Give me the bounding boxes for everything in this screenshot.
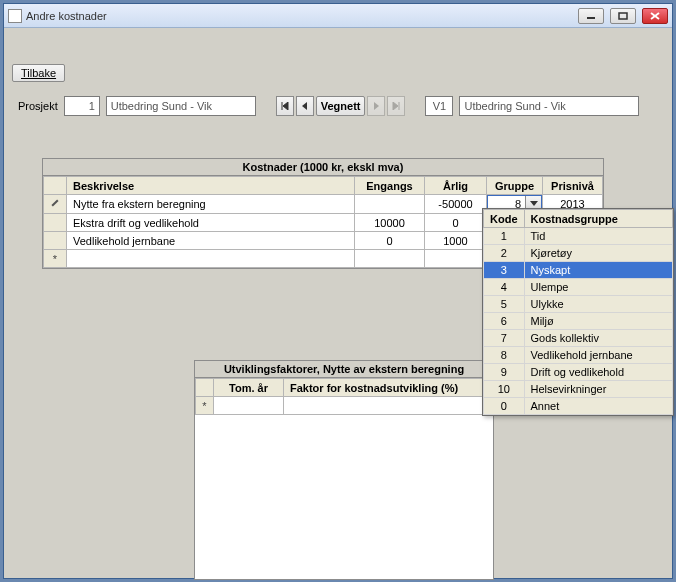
cell-engangs[interactable]: 0 (355, 232, 425, 250)
project-row: Prosjekt Vegnett (18, 96, 658, 116)
dropdown-item[interactable]: 6Miljø (484, 313, 673, 330)
client-area: Tilbake Prosjekt Vegnett Kostnader (1000… (4, 28, 672, 578)
dropdown-item-kode: 2 (484, 245, 525, 262)
dropdown-item[interactable]: 8Vedlikehold jernbane (484, 347, 673, 364)
project-id-field[interactable] (64, 96, 100, 116)
new-row-icon (53, 253, 57, 265)
dropdown-item-kode: 8 (484, 347, 525, 364)
nav-next-button[interactable] (367, 96, 385, 116)
variant-code-field[interactable] (425, 96, 453, 116)
dropdown-item-kode: 7 (484, 330, 525, 347)
kostnader-header-row: Beskrivelse Engangs Årlig Gruppe Prisniv… (44, 177, 603, 195)
cell-arlig[interactable]: 0 (425, 214, 487, 232)
utvikling-panel: Utviklingsfaktorer, Nytte av ekstern ber… (194, 360, 494, 580)
dropdown-item-label: Kjøretøy (524, 245, 673, 262)
gruppe-dropdown[interactable]: Kode Kostnadsgruppe 1Tid2Kjøretøy3Nyskap… (482, 208, 674, 416)
dropdown-item-label: Drift og vedlikehold (524, 364, 673, 381)
dropdown-item-kode: 0 (484, 398, 525, 415)
cell-beskrivelse[interactable]: Vedlikehold jernbane (67, 232, 355, 250)
dropdown-item-label: Tid (524, 228, 673, 245)
utvikling-table[interactable]: Tom. år Faktor for kostnadsutvikling (%) (195, 378, 493, 415)
minimize-button[interactable] (578, 8, 604, 24)
cell-beskrivelse[interactable]: Ekstra drift og vedlikehold (67, 214, 355, 232)
cell-beskrivelse[interactable]: Nytte fra ekstern beregning (67, 195, 355, 214)
dropdown-item-kode: 10 (484, 381, 525, 398)
nav-group: Vegnett (276, 96, 406, 116)
window-icon (8, 9, 22, 23)
variant-name-field[interactable] (459, 96, 639, 116)
dropdown-item-label: Helsevirkninger (524, 381, 673, 398)
col-arlig[interactable]: Årlig (425, 177, 487, 195)
dropdown-item[interactable]: 4Ulempe (484, 279, 673, 296)
dropdown-item-kode: 6 (484, 313, 525, 330)
vegnett-button[interactable]: Vegnett (316, 96, 366, 116)
dropdown-header-row: Kode Kostnadsgruppe (484, 210, 673, 228)
col-engangs[interactable]: Engangs (355, 177, 425, 195)
gruppe-dropdown-table[interactable]: Kode Kostnadsgruppe 1Tid2Kjøretøy3Nyskap… (483, 209, 673, 415)
back-button[interactable]: Tilbake (12, 64, 65, 82)
dropdown-item[interactable]: 10Helsevirkninger (484, 381, 673, 398)
dropdown-item-label: Ulempe (524, 279, 673, 296)
dropdown-item[interactable]: 3Nyskapt (484, 262, 673, 279)
maximize-button[interactable] (610, 8, 636, 24)
svg-rect-1 (619, 13, 627, 19)
dropdown-item[interactable]: 2Kjøretøy (484, 245, 673, 262)
window-title: Andre kostnader (26, 10, 107, 22)
close-button[interactable] (642, 8, 668, 24)
dropdown-item-label: Nyskapt (524, 262, 673, 279)
titlebar: Andre kostnader (4, 4, 672, 28)
col-beskrivelse[interactable]: Beskrivelse (67, 177, 355, 195)
dropdown-item-label: Miljø (524, 313, 673, 330)
table-row-new[interactable] (196, 397, 493, 415)
dropdown-item-kode: 9 (484, 364, 525, 381)
dropdown-item-kode: 1 (484, 228, 525, 245)
dropdown-item[interactable]: 1Tid (484, 228, 673, 245)
dropdown-item-kode: 4 (484, 279, 525, 296)
project-label: Prosjekt (18, 100, 58, 112)
col-faktor[interactable]: Faktor for kostnadsutvikling (%) (284, 379, 493, 397)
child-window: Andre kostnader Tilbake Prosjekt Vegnett (3, 3, 673, 579)
nav-first-button[interactable] (276, 96, 294, 116)
project-name-field[interactable] (106, 96, 256, 116)
dropdown-item-kode: 5 (484, 296, 525, 313)
col-tom-ar[interactable]: Tom. år (214, 379, 284, 397)
dd-col-kode[interactable]: Kode (484, 210, 525, 228)
col-gruppe[interactable]: Gruppe (487, 177, 543, 195)
dropdown-item-label: Vedlikehold jernbane (524, 347, 673, 364)
dd-col-gruppe[interactable]: Kostnadsgruppe (524, 210, 673, 228)
nav-prev-button[interactable] (296, 96, 314, 116)
cell-arlig[interactable]: -50000 (425, 195, 487, 214)
chevron-down-icon (530, 201, 538, 207)
kostnader-title: Kostnader (1000 kr, ekskl mva) (43, 159, 603, 176)
dropdown-item[interactable]: 5Ulykke (484, 296, 673, 313)
dropdown-item[interactable]: 7Gods kollektiv (484, 330, 673, 347)
edit-indicator-icon (50, 198, 60, 208)
dropdown-item[interactable]: 9Drift og vedlikehold (484, 364, 673, 381)
cell-engangs[interactable]: 10000 (355, 214, 425, 232)
dropdown-item-label: Annet (524, 398, 673, 415)
utvikling-header-row: Tom. år Faktor for kostnadsutvikling (%) (196, 379, 493, 397)
dropdown-item-label: Gods kollektiv (524, 330, 673, 347)
utvikling-title: Utviklingsfaktorer, Nytte av ekstern ber… (195, 361, 493, 378)
new-row-icon (202, 400, 206, 412)
dropdown-item[interactable]: 0Annet (484, 398, 673, 415)
cell-engangs[interactable] (355, 195, 425, 214)
dropdown-item-kode: 3 (484, 262, 525, 279)
nav-last-button[interactable] (387, 96, 405, 116)
cell-arlig[interactable]: 1000 (425, 232, 487, 250)
dropdown-item-label: Ulykke (524, 296, 673, 313)
col-prisniva[interactable]: Prisnivå (543, 177, 603, 195)
